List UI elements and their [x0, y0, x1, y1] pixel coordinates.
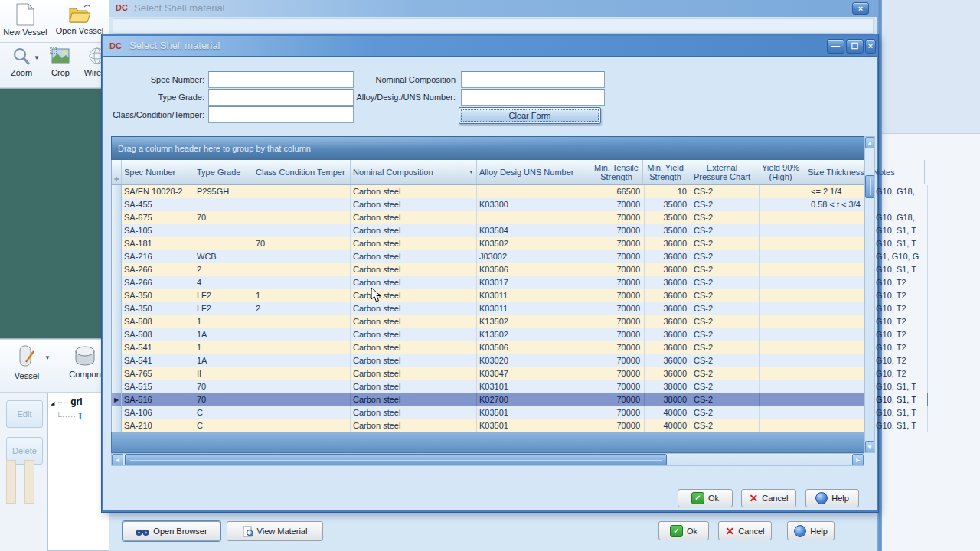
class-condition-input[interactable] — [208, 106, 354, 123]
cell — [253, 211, 351, 224]
type-grade-field-wrap — [208, 89, 348, 104]
table-row[interactable]: SA-5081Carbon steelK135027000036000CS-2G… — [112, 315, 864, 328]
scroll-down-button[interactable]: ▾ — [865, 441, 874, 452]
scroll-right-button[interactable]: ▸ — [852, 454, 864, 465]
cell: G10, T2 — [874, 367, 928, 380]
group-by-band[interactable]: Drag a column header here to group by th… — [111, 136, 875, 160]
table-row[interactable]: SA-105Carbon steelK035047000035000CS-2G1… — [112, 224, 864, 237]
cell: Carbon steel — [351, 250, 477, 263]
column-header-type-grade[interactable]: Type Grade — [194, 160, 253, 184]
help-button[interactable]: Help — [805, 489, 859, 507]
grid-filler-band — [111, 432, 864, 453]
close-button[interactable]: × — [852, 2, 869, 15]
cell: Carbon steel — [351, 341, 477, 354]
cell: CS-2 — [691, 341, 760, 354]
vertical-scroll-thumb[interactable] — [865, 175, 874, 198]
alloy-uns-input[interactable] — [461, 89, 605, 106]
help-button-outer[interactable]: Help — [787, 521, 835, 540]
open-browser-button[interactable]: Open Browser — [122, 521, 220, 541]
vessel-button[interactable]: Vessel ▼ — [3, 342, 51, 391]
background-titlebar[interactable]: DC Select Shell material × — [109, 0, 877, 17]
column-header-size-thickness[interactable]: Size Thickness — [805, 160, 871, 184]
cell: CS-2 — [691, 289, 760, 302]
cell: CS-2 — [691, 224, 760, 237]
column-header-nominal-composition[interactable]: Nominal Composition▼ — [351, 160, 477, 184]
zoom-tool-button[interactable]: Zoom ▼ — [2, 45, 41, 86]
cell: 70000 — [590, 393, 645, 406]
vertical-scrollbar[interactable]: ▴ ▾ — [864, 136, 875, 453]
tree-node[interactable]: ◢ ···· gri — [51, 396, 83, 407]
column-header-yield-90-high-[interactable]: Yield 90% (High) — [756, 160, 805, 184]
zoom-dropdown-arrow-icon[interactable]: ▼ — [34, 54, 40, 61]
table-row[interactable]: SA-2662Carbon steelK035067000036000CS-2G… — [112, 263, 864, 276]
cell: 70000 — [590, 276, 645, 289]
horizontal-scrollbar[interactable]: ◂ ▸ — [111, 453, 864, 466]
scroll-left-button[interactable]: ◂ — [112, 454, 123, 465]
dialog-titlebar[interactable]: DC Select Shell material — ☐ × — [103, 36, 877, 57]
zoom-label: Zoom — [11, 68, 32, 77]
cell: SA-765 — [122, 367, 194, 380]
table-row[interactable]: SA-5411Carbon steelK035067000036000CS-2G… — [112, 341, 864, 354]
drawing-canvas[interactable] — [0, 88, 108, 339]
row-indicator — [112, 263, 122, 276]
cell: C — [194, 419, 253, 432]
table-row[interactable]: SA-2664Carbon steelK030177000036000CS-2G… — [112, 276, 864, 289]
table-row[interactable]: ▶SA-51670Carbon steelK027007000038000CS-… — [112, 393, 864, 406]
cell — [253, 185, 351, 198]
table-row[interactable]: SA-216WCBCarbon steelJ030027000036000CS-… — [112, 250, 864, 263]
cell — [760, 328, 808, 341]
scroll-up-button[interactable]: ▴ — [865, 137, 874, 148]
table-row[interactable]: SA-350LF21Carbon steelK030117000036000CS… — [112, 289, 864, 302]
cell: SA-266 — [122, 276, 194, 289]
cell: 1 — [194, 341, 253, 354]
table-row[interactable]: SA-106CCarbon steelK035017000040000CS-2G… — [112, 406, 864, 419]
table-row[interactable]: SA-765IICarbon steelK030477000036000CS-2… — [112, 367, 864, 380]
minimize-button[interactable]: — — [827, 39, 844, 54]
open-vessel-button[interactable]: Open Vessel — [51, 2, 109, 40]
ok-button-outer[interactable]: ✓ Ok — [658, 521, 709, 540]
clear-form-button[interactable]: Clear Form — [459, 107, 601, 124]
column-header-alloy-desig-uns-number[interactable]: Alloy Desig UNS Number — [477, 160, 590, 184]
column-header-min-tensile-strength[interactable]: Min. Tensile Strength — [590, 160, 643, 184]
table-row[interactable]: SA-350LF22Carbon steelK030117000036000CS… — [112, 302, 864, 315]
cell: 36000 — [645, 250, 691, 263]
cell: CS-2 — [691, 276, 760, 289]
row-indicator — [112, 341, 122, 354]
column-header-spec-number[interactable]: Spec Number — [122, 160, 194, 184]
vessel-dropdown-arrow-icon[interactable]: ▼ — [44, 354, 51, 361]
cancel-button[interactable]: ✕ Cancel — [741, 489, 796, 507]
row-indicator — [112, 224, 122, 237]
table-row[interactable]: SA-67570Carbon steel7000035000CS-2G10, G… — [112, 211, 864, 224]
table-row[interactable]: SA-51570Carbon steelK031017000038000CS-2… — [112, 380, 864, 393]
nominal-composition-input[interactable] — [461, 71, 605, 88]
cancel-button-outer[interactable]: ✕ Cancel — [718, 521, 772, 540]
tree-expander-icon[interactable]: ◢ — [51, 400, 54, 406]
spec-number-input[interactable] — [208, 71, 354, 88]
table-row[interactable]: SA/EN 10028-2P295GHCarbon steel6650010CS… — [112, 185, 864, 198]
cell — [760, 393, 808, 406]
column-header-external-pressure-chart[interactable]: External Pressure Chart — [688, 160, 756, 184]
table-row[interactable]: SA-210CCarbon steelK035017000040000CS-2G… — [112, 419, 864, 432]
table-row[interactable]: SA-5411ACarbon steelK030207000036000CS-2… — [112, 354, 864, 367]
crop-tool-button[interactable]: Crop — [44, 45, 77, 86]
tree-subnode[interactable]: └····· I — [56, 410, 82, 422]
edit-button[interactable]: Edit — [6, 400, 43, 428]
table-row[interactable]: SA-5081ACarbon steelK135027000036000CS-2… — [112, 328, 864, 341]
cell: K03504 — [477, 224, 590, 237]
table-row[interactable]: SA-455Carbon steelK033007000035000CS-20.… — [112, 198, 864, 211]
cell — [253, 393, 351, 406]
column-header-notes[interactable]: Notes — [871, 160, 925, 184]
column-header-min-yield-strength[interactable]: Min. Yield Strength — [643, 160, 688, 184]
horizontal-scroll-thumb[interactable] — [125, 454, 667, 465]
maximize-button[interactable]: ☐ — [846, 39, 864, 54]
ok-button[interactable]: ✓ Ok — [678, 489, 733, 507]
column-header-class-condition-temper[interactable]: Class Condition Temper — [253, 160, 351, 184]
table-row[interactable]: SA-18170Carbon steelK035027000036000CS-2… — [112, 237, 864, 250]
new-vessel-button[interactable]: New Vessel — [2, 2, 49, 40]
cell: K03020 — [477, 354, 590, 367]
close-button[interactable]: × — [865, 39, 876, 54]
cell — [760, 367, 808, 380]
view-material-button[interactable]: View Material — [227, 521, 323, 541]
type-grade-input[interactable] — [208, 89, 354, 106]
cell — [194, 198, 253, 211]
